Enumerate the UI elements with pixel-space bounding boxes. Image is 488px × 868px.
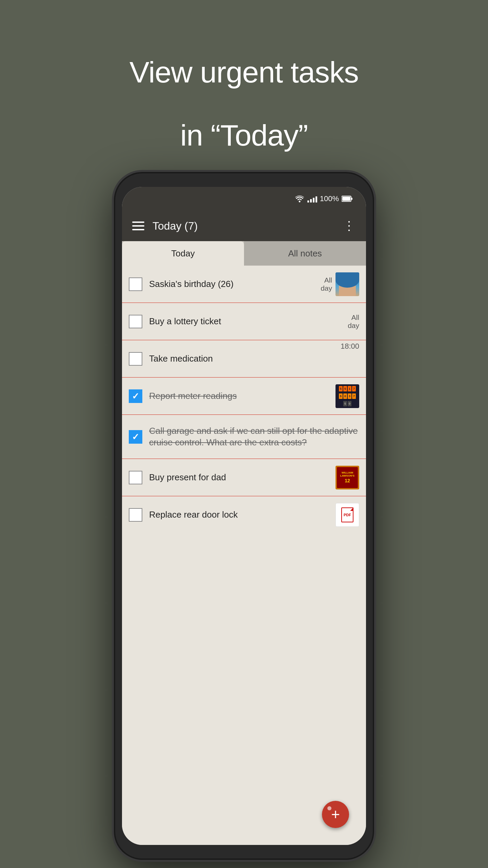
list-item[interactable]: Buy a lottery ticket All day xyxy=(122,303,366,340)
task-4-thumbnail: 5 5 1 7 5 0 3 7 5 0 xyxy=(336,384,359,408)
task-2-time: All day xyxy=(348,313,359,330)
task-6-thumbnail: WILLIAMLAWSON'S 12 xyxy=(336,466,359,489)
task-1-thumbnail xyxy=(336,272,359,296)
hamburger-menu[interactable] xyxy=(132,221,144,230)
svg-point-0 xyxy=(299,201,300,202)
task-4-title: Report meter readings xyxy=(149,390,332,402)
tabs-row: Today All notes xyxy=(122,241,366,266)
phone-mockup: 100% Today (7) ⋮ Today Al xyxy=(115,173,373,859)
wifi-icon xyxy=(294,195,305,203)
list-item[interactable]: Take medication 18:00 xyxy=(122,340,366,378)
status-bar: 100% xyxy=(122,187,366,211)
headline-line1: View urgent tasks xyxy=(129,54,359,90)
task-2-title: Buy a lottery ticket xyxy=(149,316,344,327)
checkbox-task-7[interactable] xyxy=(129,508,142,522)
task-4-content: Report meter readings xyxy=(149,390,332,402)
add-task-button[interactable]: + xyxy=(322,801,349,828)
task-7-title: Replace rear door lock xyxy=(149,509,332,521)
task-1-content: Saskia's birthday (26) xyxy=(149,278,317,290)
list-item[interactable]: Saskia's birthday (26) All day xyxy=(122,266,366,303)
headline: View urgent tasks in “Today” xyxy=(129,27,359,153)
status-icons: 100% xyxy=(294,194,352,203)
task-1-title: Saskia's birthday (26) xyxy=(149,278,317,290)
phone-frame: 100% Today (7) ⋮ Today Al xyxy=(115,173,373,859)
task-7-content: Replace rear door lock xyxy=(149,509,332,521)
battery-text: 100% xyxy=(320,194,339,203)
checkbox-task-3[interactable] xyxy=(129,352,142,366)
more-options-button[interactable]: ⋮ xyxy=(343,219,356,233)
task-3-content: Take medication xyxy=(149,353,337,365)
battery-icon xyxy=(342,195,352,202)
list-item[interactable]: ✓ Call garage and ask if we can still op… xyxy=(122,415,366,459)
fab-plus-icon: + xyxy=(331,807,340,822)
task-6-content: Buy present for dad xyxy=(149,472,332,483)
phone-screen: 100% Today (7) ⋮ Today Al xyxy=(122,187,366,845)
task-5-content: Call garage and ask if we can still opt … xyxy=(149,425,359,448)
svg-rect-2 xyxy=(351,198,352,200)
headline-line2: in “Today” xyxy=(129,117,359,153)
signal-icon xyxy=(307,195,317,202)
task-3-time: 18:00 xyxy=(341,340,359,351)
task-5-title: Call garage and ask if we can still opt … xyxy=(149,425,359,448)
task-3-title: Take medication xyxy=(149,353,337,365)
checkbox-task-6[interactable] xyxy=(129,471,142,484)
checkbox-task-5[interactable]: ✓ xyxy=(129,430,142,444)
task-list: Saskia's birthday (26) All day Buy a lot… xyxy=(122,266,366,845)
list-item[interactable]: Buy present for dad WILLIAMLAWSON'S 12 xyxy=(122,459,366,496)
svg-rect-3 xyxy=(342,197,350,201)
list-item[interactable]: Replace rear door lock PDF xyxy=(122,496,366,534)
tab-all-notes[interactable]: All notes xyxy=(244,241,366,266)
list-item[interactable]: ✓ Report meter readings 5 5 1 7 5 xyxy=(122,378,366,415)
toolbar-title: Today (7) xyxy=(152,220,343,232)
task-2-content: Buy a lottery ticket xyxy=(149,316,344,327)
checkbox-task-2[interactable] xyxy=(129,315,142,328)
task-6-title: Buy present for dad xyxy=(149,472,332,483)
task-1-time: All day xyxy=(321,276,332,292)
task-7-thumbnail: PDF xyxy=(336,503,359,527)
tab-today[interactable]: Today xyxy=(122,241,244,266)
checkbox-task-4[interactable]: ✓ xyxy=(129,389,142,403)
checkbox-task-1[interactable] xyxy=(129,277,142,291)
toolbar: Today (7) ⋮ xyxy=(122,211,366,241)
